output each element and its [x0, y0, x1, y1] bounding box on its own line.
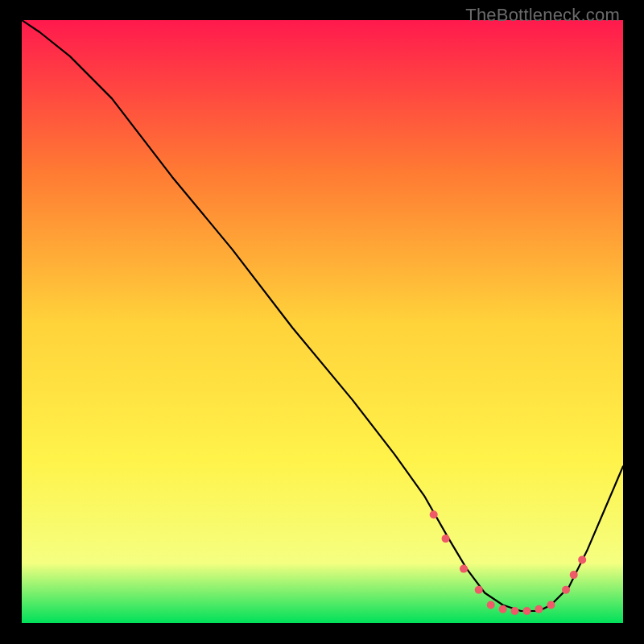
highlight-point [562, 586, 570, 594]
highlight-point [499, 605, 507, 613]
highlight-point [547, 601, 555, 609]
highlight-point [442, 535, 450, 543]
plot-area [22, 20, 623, 623]
highlight-point [430, 510, 438, 518]
highlight-point [570, 571, 578, 579]
gradient-background [22, 20, 623, 623]
highlight-point [523, 607, 531, 615]
watermark-text: TheBottleneck.com [465, 5, 620, 26]
highlight-point [535, 605, 543, 613]
chart-svg [22, 20, 623, 623]
highlight-point [487, 601, 495, 609]
chart-stage: TheBottleneck.com [0, 0, 644, 644]
highlight-point [511, 607, 519, 615]
highlight-point [460, 565, 468, 573]
highlight-point [475, 586, 483, 594]
highlight-point [578, 555, 586, 564]
